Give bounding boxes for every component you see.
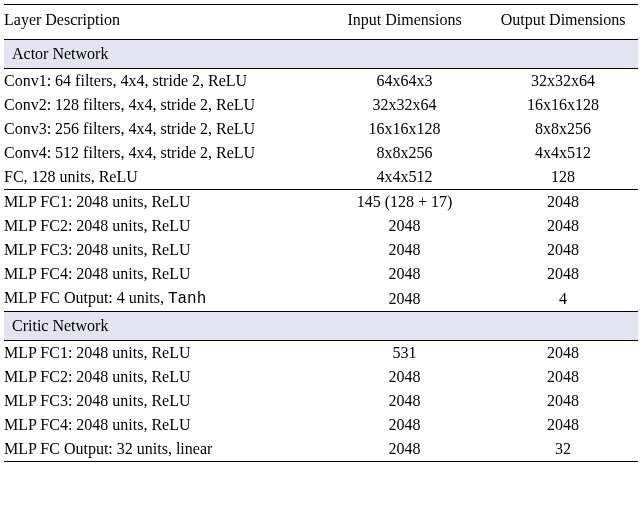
architecture-table: Layer Description Input Dimensions Outpu…: [4, 4, 638, 462]
table-row: MLP FC1: 2048 units, ReLU 531 2048: [4, 341, 638, 366]
cell-input-dims: 16x16x128: [321, 117, 492, 141]
table-row: MLP FC Output: 4 units, Tanh 2048 4: [4, 286, 638, 312]
cell-input-dims: 145 (128 + 17): [321, 190, 492, 215]
header-layer-description: Layer Description: [4, 5, 321, 40]
cell-layer-desc: MLP FC Output: 32 units, linear: [4, 437, 321, 462]
cell-output-dims: 128: [492, 165, 638, 190]
table-row: FC, 128 units, ReLU 4x4x512 128: [4, 165, 638, 190]
cell-output-dims: 2048: [492, 214, 638, 238]
table-row: Conv2: 128 filters, 4x4, stride 2, ReLU …: [4, 93, 638, 117]
cell-output-dims: 2048: [492, 413, 638, 437]
cell-output-dims: 16x16x128: [492, 93, 638, 117]
table-row: Conv4: 512 filters, 4x4, stride 2, ReLU …: [4, 141, 638, 165]
cell-input-dims: 2048: [321, 262, 492, 286]
cell-input-dims: 4x4x512: [321, 165, 492, 190]
cell-output-dims: 2048: [492, 341, 638, 366]
cell-layer-desc: MLP FC4: 2048 units, ReLU: [4, 262, 321, 286]
table-row: Conv3: 256 filters, 4x4, stride 2, ReLU …: [4, 117, 638, 141]
cell-input-dims: 2048: [321, 437, 492, 462]
cell-input-dims: 2048: [321, 286, 492, 312]
table-row: MLP FC Output: 32 units, linear 2048 32: [4, 437, 638, 462]
cell-output-dims: 32: [492, 437, 638, 462]
section-label: Actor Network: [4, 40, 638, 69]
tanh-label: Tanh: [168, 290, 206, 308]
cell-input-dims: 64x64x3: [321, 69, 492, 94]
cell-output-dims: 2048: [492, 389, 638, 413]
cell-input-dims: 32x32x64: [321, 93, 492, 117]
cell-output-dims: 4: [492, 286, 638, 312]
cell-input-dims: 2048: [321, 214, 492, 238]
table-row: MLP FC3: 2048 units, ReLU 2048 2048: [4, 389, 638, 413]
table-row: MLP FC2: 2048 units, ReLU 2048 2048: [4, 214, 638, 238]
table-row: MLP FC1: 2048 units, ReLU 145 (128 + 17)…: [4, 190, 638, 215]
cell-output-dims: 2048: [492, 365, 638, 389]
cell-layer-desc: Conv4: 512 filters, 4x4, stride 2, ReLU: [4, 141, 321, 165]
section-critic-network: Critic Network: [4, 312, 638, 341]
cell-layer-desc: Conv1: 64 filters, 4x4, stride 2, ReLU: [4, 69, 321, 94]
cell-layer-desc: MLP FC1: 2048 units, ReLU: [4, 190, 321, 215]
cell-output-dims: 8x8x256: [492, 117, 638, 141]
cell-layer-desc: MLP FC2: 2048 units, ReLU: [4, 214, 321, 238]
header-input-dimensions: Input Dimensions: [321, 5, 492, 40]
cell-layer-desc: MLP FC3: 2048 units, ReLU: [4, 389, 321, 413]
cell-input-dims: 8x8x256: [321, 141, 492, 165]
section-actor-network: Actor Network: [4, 40, 638, 69]
cell-layer-desc: MLP FC1: 2048 units, ReLU: [4, 341, 321, 366]
cell-layer-desc: FC, 128 units, ReLU: [4, 165, 321, 190]
cell-output-dims: 2048: [492, 262, 638, 286]
cell-input-dims: 2048: [321, 413, 492, 437]
table-row: MLP FC3: 2048 units, ReLU 2048 2048: [4, 238, 638, 262]
table-row: MLP FC4: 2048 units, ReLU 2048 2048: [4, 262, 638, 286]
section-label: Critic Network: [4, 312, 638, 341]
cell-layer-desc: MLP FC2: 2048 units, ReLU: [4, 365, 321, 389]
header-output-dimensions: Output Dimensions: [492, 5, 638, 40]
cell-input-dims: 2048: [321, 389, 492, 413]
cell-output-dims: 4x4x512: [492, 141, 638, 165]
cell-layer-desc: MLP FC3: 2048 units, ReLU: [4, 238, 321, 262]
cell-layer-desc: MLP FC Output: 4 units, Tanh: [4, 286, 321, 312]
cell-layer-desc: MLP FC4: 2048 units, ReLU: [4, 413, 321, 437]
cell-output-dims: 2048: [492, 190, 638, 215]
table-row: MLP FC2: 2048 units, ReLU 2048 2048: [4, 365, 638, 389]
table-row: Conv1: 64 filters, 4x4, stride 2, ReLU 6…: [4, 69, 638, 94]
cell-layer-desc: Conv3: 256 filters, 4x4, stride 2, ReLU: [4, 117, 321, 141]
cell-output-dims: 32x32x64: [492, 69, 638, 94]
cell-output-dims: 2048: [492, 238, 638, 262]
cell-input-dims: 531: [321, 341, 492, 366]
cell-input-dims: 2048: [321, 365, 492, 389]
cell-input-dims: 2048: [321, 238, 492, 262]
architecture-table-container: Layer Description Input Dimensions Outpu…: [0, 0, 640, 470]
output-label-prefix: MLP FC Output: 4 units,: [4, 289, 168, 306]
table-row: MLP FC4: 2048 units, ReLU 2048 2048: [4, 413, 638, 437]
cell-layer-desc: Conv2: 128 filters, 4x4, stride 2, ReLU: [4, 93, 321, 117]
